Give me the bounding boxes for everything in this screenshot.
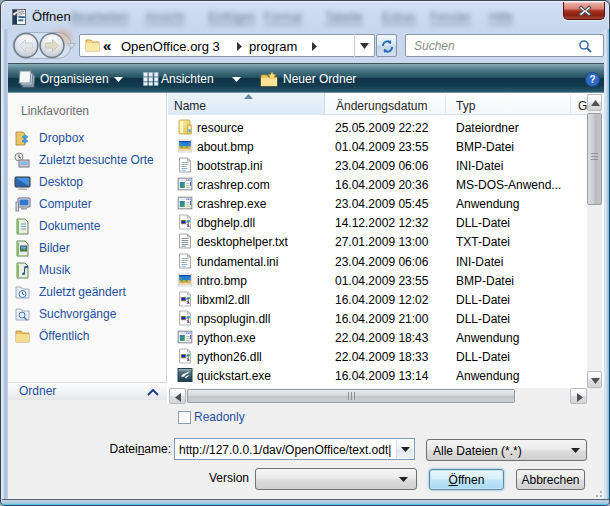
svg-text:?: ? <box>589 74 595 85</box>
